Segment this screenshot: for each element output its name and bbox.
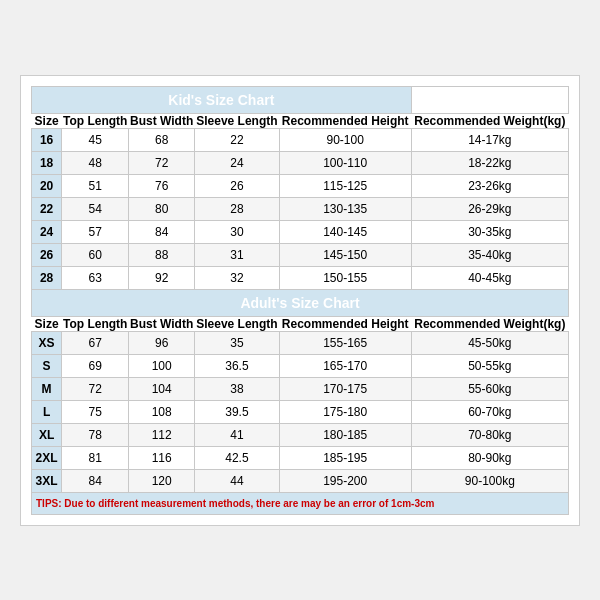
table-row: 16 45 68 22 90-100 14-17kg [32, 128, 569, 151]
col-rec-weight-a: Recommended Weight(kg) [411, 316, 568, 331]
tips-text: TIPS: Due to different measurement metho… [32, 492, 569, 514]
cell-sleeve-length: 22 [195, 128, 280, 151]
cell-bust-width: 68 [129, 128, 195, 151]
col-rec-weight: Recommended Weight(kg) [411, 113, 568, 128]
table-row: S 69 100 36.5 165-170 50-55kg [32, 354, 569, 377]
col-rec-height-a: Recommended Height [279, 316, 411, 331]
table-row: L 75 108 39.5 175-180 60-70kg [32, 400, 569, 423]
col-sleeve-length-a: Sleeve Length [195, 316, 280, 331]
table-row: 28 63 92 32 150-155 40-45kg [32, 266, 569, 289]
cell-rec-height: 90-100 [279, 128, 411, 151]
table-row: 2XL 81 116 42.5 185-195 80-90kg [32, 446, 569, 469]
adults-col-header: Size Top Length Bust Width Sleeve Length… [32, 316, 569, 331]
table-row: 26 60 88 31 145-150 35-40kg [32, 243, 569, 266]
kids-section-header: Kid's Size Chart Unite: CM [32, 86, 569, 113]
col-bust-width-a: Bust Width [129, 316, 195, 331]
adults-section-header: Adult's Size Chart [32, 289, 569, 316]
cell-size: 16 [32, 128, 62, 151]
table-row: M 72 104 38 170-175 55-60kg [32, 377, 569, 400]
table-row: 24 57 84 30 140-145 30-35kg [32, 220, 569, 243]
col-top-length-a: Top Length [62, 316, 129, 331]
tips-row: TIPS: Due to different measurement metho… [32, 492, 569, 514]
table-row: 22 54 80 28 130-135 26-29kg [32, 197, 569, 220]
col-sleeve-length: Sleeve Length [195, 113, 280, 128]
size-chart-table: Kid's Size Chart Unite: CM Size Top Leng… [31, 86, 569, 515]
col-size: Size [32, 113, 62, 128]
col-top-length: Top Length [62, 113, 129, 128]
chart-container: Kid's Size Chart Unite: CM Size Top Leng… [20, 75, 580, 526]
cell-top-length: 45 [62, 128, 129, 151]
col-bust-width: Bust Width [129, 113, 195, 128]
adults-title: Adult's Size Chart [32, 289, 569, 316]
col-rec-height: Recommended Height [279, 113, 411, 128]
table-row: 3XL 84 120 44 195-200 90-100kg [32, 469, 569, 492]
table-row: 18 48 72 24 100-110 18-22kg [32, 151, 569, 174]
unit-label: Unite: CM [411, 86, 568, 113]
table-row: XL 78 112 41 180-185 70-80kg [32, 423, 569, 446]
col-size-a: Size [32, 316, 62, 331]
table-row: 20 51 76 26 115-125 23-26kg [32, 174, 569, 197]
kids-title: Kid's Size Chart [32, 86, 412, 113]
cell-rec-weight: 14-17kg [411, 128, 568, 151]
table-row: XS 67 96 35 155-165 45-50kg [32, 331, 569, 354]
kids-col-header: Size Top Length Bust Width Sleeve Length… [32, 113, 569, 128]
